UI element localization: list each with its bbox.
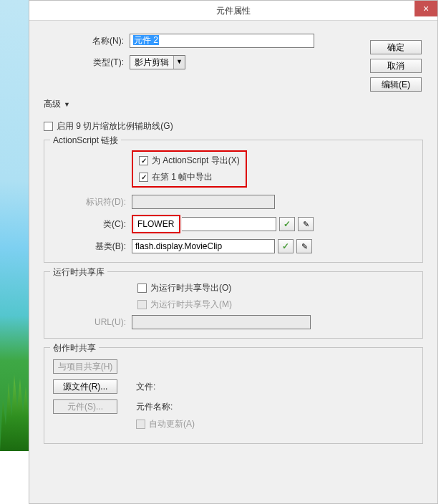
ok-button[interactable]: 确定 <box>370 40 422 54</box>
pencil-icon: ✎ <box>301 242 308 251</box>
author-share-legend: 创作时共享 <box>50 342 99 354</box>
pencil-icon: ✎ <box>303 220 309 229</box>
base-edit-button[interactable]: ✎ <box>296 239 312 253</box>
export-frame1-checkbox[interactable] <box>139 173 148 182</box>
close-button[interactable]: × <box>415 1 437 16</box>
rt-import-label: 为运行时共享导入(M) <box>150 299 232 311</box>
class-edit-button[interactable]: ✎ <box>298 217 314 231</box>
advanced-label: 高级 <box>44 98 61 110</box>
check-icon: ✓ <box>284 219 291 229</box>
base-class-input[interactable] <box>132 239 275 253</box>
class-input-highlight[interactable] <box>135 217 178 231</box>
url-label: URL(U): <box>53 317 132 327</box>
chevron-down-icon: ▼ <box>64 101 70 108</box>
class-input[interactable] <box>182 217 276 231</box>
runtime-share-group: 运行时共享库 为运行时共享导出(O) 为运行时共享导入(M) URL(U): <box>44 271 423 339</box>
type-dropdown[interactable]: 影片剪辑 ▼ <box>130 55 185 69</box>
type-value: 影片剪辑 <box>130 57 173 69</box>
rt-export-checkbox[interactable] <box>137 284 147 293</box>
highlight-box: 为 ActionScript 导出(X) 在第 1 帧中导出 <box>132 150 247 188</box>
export-as-label: 为 ActionScript 导出(X) <box>152 155 240 167</box>
export-as-checkbox[interactable] <box>139 156 148 165</box>
auto-update-checkbox <box>136 420 145 429</box>
base-class-label: 基类(B): <box>53 241 132 253</box>
auto-update-label: 自动更新(A) <box>149 418 195 430</box>
file-label: 文件: <box>136 381 155 393</box>
share-project-button: 与项目共享(H) <box>53 359 117 374</box>
symbol-button: 元件(S)... <box>53 399 117 414</box>
identifier-input <box>132 195 275 209</box>
nine-slice-checkbox[interactable] <box>44 122 53 131</box>
rt-import-checkbox <box>137 300 147 309</box>
export-frame1-label: 在第 1 帧中导出 <box>152 171 213 183</box>
author-share-group: 创作时共享 与项目共享(H) 源文件(R)... 文件: 元件(S)... 元件… <box>44 347 423 444</box>
symbol-properties-dialog: 元件属性 × 名称(N): 元件 2 类型(T): 影片剪辑 ▼ 确定 取消 编… <box>29 0 438 504</box>
as-link-legend: ActionScript 链接 <box>50 135 121 147</box>
url-input <box>132 315 311 329</box>
advanced-toggle[interactable]: 高级 ▼ <box>44 98 70 110</box>
identifier-label: 标识符(D): <box>53 196 132 208</box>
type-label: 类型(T): <box>44 57 130 69</box>
rt-export-label: 为运行时共享导出(O) <box>150 282 231 294</box>
source-file-button[interactable]: 源文件(R)... <box>53 379 117 394</box>
class-label: 类(C): <box>53 218 132 231</box>
check-icon: ✓ <box>282 241 289 251</box>
cancel-button[interactable]: 取消 <box>370 59 422 73</box>
name-label: 名称(N): <box>44 35 130 47</box>
name-input[interactable]: 元件 2 <box>130 34 314 48</box>
titlebar: 元件属性 × <box>29 1 437 21</box>
actionscript-link-group: ActionScript 链接 为 ActionScript 导出(X) 在第 … <box>44 140 423 263</box>
base-validate-button[interactable]: ✓ <box>278 239 294 253</box>
edit-button[interactable]: 编辑(E) <box>370 77 422 92</box>
symbol-name-label: 元件名称: <box>136 401 173 413</box>
rt-share-legend: 运行时共享库 <box>50 266 107 278</box>
dialog-title: 元件属性 <box>29 1 437 21</box>
highlight-box <box>132 215 180 233</box>
nine-slice-label: 启用 9 切片缩放比例辅助线(G) <box>57 120 173 132</box>
class-validate-button[interactable]: ✓ <box>279 217 295 231</box>
chevron-down-icon: ▼ <box>173 56 185 69</box>
